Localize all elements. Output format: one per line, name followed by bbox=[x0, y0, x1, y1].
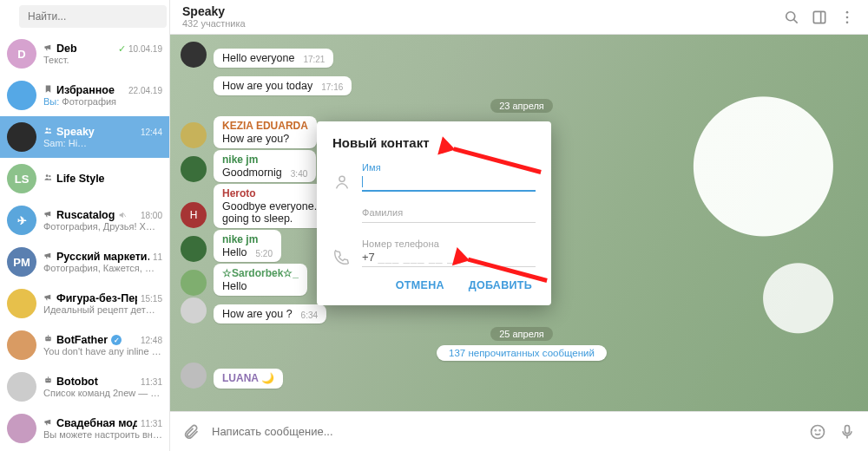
message-author: ☆Sardorbek☆_ bbox=[222, 267, 299, 279]
message-bubble[interactable]: Hello everyone17:21 bbox=[214, 49, 333, 68]
message-bubble[interactable]: ☆Sardorbek☆_Hello bbox=[214, 264, 307, 296]
phone-label: Номер телефона bbox=[362, 239, 536, 249]
avatar bbox=[7, 289, 36, 318]
message-text: How are you ? bbox=[222, 308, 293, 320]
chat-list-item[interactable]: PMРусский маркети… 11Фотография, Кажется… bbox=[0, 241, 169, 283]
svg-point-9 bbox=[49, 338, 49, 339]
more-icon[interactable] bbox=[838, 9, 856, 26]
svg-rect-14 bbox=[48, 376, 49, 378]
chat-time: 18:00 bbox=[141, 211, 162, 220]
svg-point-28 bbox=[815, 429, 816, 430]
avatar bbox=[7, 122, 36, 152]
unread-divider: 137 непрочитанных сообщений bbox=[175, 344, 868, 361]
chat-header: Speaky 432 участника bbox=[170, 0, 868, 35]
message-text: How are you today bbox=[222, 80, 312, 92]
svg-point-12 bbox=[47, 380, 48, 381]
chat-preview: Идеальный рецепт дет… bbox=[43, 304, 162, 315]
mic-icon[interactable] bbox=[838, 423, 856, 441]
person-icon bbox=[332, 173, 352, 192]
chat-preview: Вы можете настроить вне… bbox=[43, 429, 162, 440]
svg-rect-7 bbox=[45, 337, 50, 341]
chat-list-panel: DDeb✓ 10.04.19Текст.Избранное 22.04.19Вы… bbox=[0, 0, 170, 451]
chat-subtitle: 432 участника bbox=[182, 18, 246, 29]
chat-preview: Фотография, Кажется, … bbox=[43, 263, 162, 273]
message-text: Hello bbox=[222, 246, 247, 258]
avatar bbox=[181, 236, 207, 262]
chat-time: 12:44 bbox=[141, 127, 162, 137]
message-input[interactable] bbox=[212, 425, 797, 438]
message-author: LUANA 🌙 bbox=[222, 372, 274, 384]
message-bubble[interactable]: How are you ?6:34 bbox=[214, 304, 326, 324]
svg-rect-11 bbox=[45, 378, 50, 382]
chat-list-item[interactable]: Свадебная мода 11:31Вы можете настроить … bbox=[0, 408, 169, 449]
chat-name: Избранное bbox=[43, 84, 115, 96]
message-bubble[interactable]: LUANA 🌙 bbox=[214, 369, 283, 389]
chat-preview: Список команд 2new — доб… bbox=[43, 388, 162, 398]
chat-title: Speaky bbox=[182, 5, 246, 18]
message-text: Hello everyone bbox=[222, 52, 294, 64]
message-text: Hello bbox=[222, 280, 247, 292]
chat-list-item[interactable]: LSLife Style bbox=[0, 158, 169, 199]
svg-point-29 bbox=[819, 429, 820, 430]
message-bubble[interactable]: How are you today17:16 bbox=[214, 76, 352, 95]
chat-preview: You don't have any inline bo… bbox=[43, 346, 162, 356]
chat-preview: Sam: Hi… bbox=[43, 138, 162, 148]
chat-time: 22.04.19 bbox=[128, 86, 162, 95]
chat-name: Свадебная мода bbox=[43, 417, 137, 429]
message-time: 5:20 bbox=[256, 249, 273, 258]
phone-icon bbox=[332, 248, 352, 267]
chat-time: 11:31 bbox=[141, 419, 162, 428]
svg-point-31 bbox=[339, 176, 345, 181]
chat-list-item[interactable]: Botobot 11:31Список команд 2new — доб… bbox=[0, 366, 169, 408]
message-bubble[interactable]: nike jmHello5:20 bbox=[214, 230, 281, 262]
message-time: 3:40 bbox=[291, 169, 307, 179]
message-bubble[interactable]: KEZIA EDUARDAHow are you? bbox=[214, 116, 317, 148]
avatar bbox=[181, 42, 207, 68]
name-input[interactable] bbox=[362, 173, 536, 192]
svg-point-3 bbox=[49, 175, 50, 177]
avatar bbox=[181, 156, 207, 182]
svg-rect-30 bbox=[845, 425, 850, 433]
chat-list-item[interactable]: ✈Ruscatalog 18:00Фотография, Друзья! Х… bbox=[0, 199, 169, 241]
emoji-icon[interactable] bbox=[809, 423, 826, 441]
avatar bbox=[7, 414, 36, 443]
message-author: nike jm bbox=[222, 154, 307, 166]
surname-input[interactable] bbox=[362, 218, 536, 223]
chat-time: 15:15 bbox=[141, 294, 162, 304]
svg-rect-10 bbox=[48, 335, 49, 337]
avatar bbox=[7, 372, 36, 402]
svg-rect-22 bbox=[813, 11, 825, 23]
message-time: 17:21 bbox=[303, 55, 325, 64]
chat-list-item[interactable]: Избранное 22.04.19Вы: Фотография bbox=[0, 75, 169, 116]
chat-name: Фигура-без-Пере… bbox=[43, 292, 137, 304]
chat-list-item[interactable]: DDeb✓ 10.04.19Текст. bbox=[0, 33, 169, 75]
date-pill: 23 апреля bbox=[175, 99, 868, 113]
sidebar-top bbox=[0, 0, 169, 33]
cancel-button[interactable]: ОТМЕНА bbox=[392, 274, 448, 297]
search-input[interactable] bbox=[19, 5, 167, 28]
search-icon[interactable] bbox=[783, 9, 800, 26]
attach-icon[interactable] bbox=[182, 423, 200, 441]
message-row: Hello everyone17:21 bbox=[181, 42, 868, 68]
chat-list-item[interactable]: Speaky 12:44Sam: Hi… bbox=[0, 116, 169, 158]
verified-icon: ✓ bbox=[111, 335, 122, 345]
chat-list-item[interactable]: Фигура-без-Пере… 15:15Идеальный рецепт д… bbox=[0, 283, 169, 324]
svg-point-2 bbox=[46, 174, 49, 177]
sidepanel-icon[interactable] bbox=[811, 9, 828, 26]
chat-list-item[interactable]: BotFather✓ 12:48You don't have any inlin… bbox=[0, 324, 169, 366]
chat-header-info[interactable]: Speaky 432 участника bbox=[182, 5, 246, 29]
avatar: D bbox=[7, 39, 36, 69]
message-row: LUANA 🌙 bbox=[181, 363, 868, 389]
avatar: PM bbox=[7, 247, 36, 277]
message-bubble[interactable]: nike jmGoodmornig3:40 bbox=[214, 150, 316, 182]
menu-button[interactable] bbox=[7, 6, 14, 27]
chat-name: Русский маркети… bbox=[43, 251, 149, 263]
check-icon: ✓ bbox=[118, 43, 126, 54]
chat-preview: Текст. bbox=[43, 55, 162, 65]
chat-list: DDeb✓ 10.04.19Текст.Избранное 22.04.19Вы… bbox=[0, 33, 169, 451]
modal-title: Новый контакт bbox=[332, 135, 536, 150]
chat-name: Deb bbox=[43, 42, 77, 55]
muted-icon bbox=[118, 211, 127, 219]
chat-time: 11 bbox=[153, 252, 162, 262]
chat-preview: Вы: Фотография bbox=[43, 96, 162, 107]
